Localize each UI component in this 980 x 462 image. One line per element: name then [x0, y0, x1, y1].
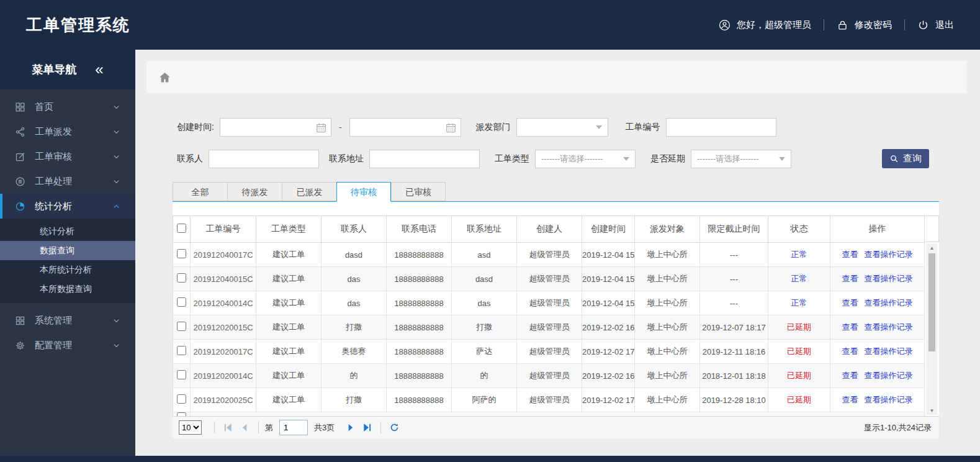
order-type-select[interactable]: -------请选择------- — [535, 150, 636, 168]
action-link[interactable]: 查看操作记录 — [865, 274, 913, 283]
grid-icon — [15, 102, 25, 112]
action-link[interactable]: 查看操作记录 — [865, 371, 913, 380]
tab-4[interactable]: 已审核 — [391, 182, 446, 201]
next-page-button[interactable] — [342, 420, 359, 435]
cell-no: 201912040014C — [191, 291, 256, 315]
action-link[interactable]: 查看 — [842, 298, 858, 307]
row-checkbox[interactable] — [177, 370, 186, 379]
action-link[interactable]: 查看操作记录 — [865, 298, 913, 307]
cell-deadline: 2019-12-28 18:10 — [700, 388, 768, 412]
action-link[interactable]: 查看操作记录 — [865, 346, 913, 356]
refresh-button[interactable] — [386, 420, 403, 435]
row-checkbox[interactable] — [177, 297, 186, 307]
row-checkbox[interactable] — [177, 412, 186, 416]
prev-page-button[interactable] — [236, 420, 253, 435]
cell-actions: 查看查看操作记录 — [830, 340, 925, 364]
logout-label: 退出 — [935, 19, 954, 31]
filter-form: 创建时间: - 派发部门 — [177, 118, 929, 168]
table-scrollbar[interactable]: ▲ ▼ — [927, 243, 937, 415]
action-link[interactable]: 查看操作记录 — [865, 250, 913, 259]
action-link[interactable]: 查看 — [842, 274, 858, 283]
submenu-item[interactable]: 本所数据查询 — [0, 279, 135, 299]
sidebar-item-config[interactable]: 配置管理 — [0, 333, 135, 358]
cell-address: asd — [452, 243, 517, 267]
scrollbar-header-stub — [924, 215, 939, 242]
cell-target: 墩上中心所 — [635, 388, 700, 412]
last-page-button[interactable] — [359, 420, 375, 435]
sidebar-item-process[interactable]: 工单处理 — [0, 169, 135, 194]
tab-0[interactable]: 全部 — [173, 182, 227, 201]
tab-3[interactable]: 待审核 — [336, 182, 391, 202]
action-link[interactable]: 查看 — [842, 395, 858, 404]
page-number-input[interactable] — [279, 420, 308, 435]
action-link[interactable]: 查看操作记录 — [865, 395, 913, 404]
action-link[interactable]: 查看 — [842, 371, 858, 380]
cell-phone: 18888888888 — [387, 267, 452, 291]
chevron-down-icon — [112, 178, 120, 186]
cell-contact: 奥德赛 — [321, 340, 387, 364]
total-pages: 共3页 — [314, 422, 335, 433]
cell-created: 2019-12-02 16 — [582, 364, 635, 388]
table-row: 201912020025C建议工单打撒18888888888阿萨的超级管理员20… — [173, 388, 925, 412]
sidebar-item-label: 统计分析 — [35, 201, 112, 212]
action-link[interactable]: 查看 — [842, 250, 858, 259]
cell-address: 打撒 — [452, 315, 517, 340]
collapse-icon[interactable]: « — [95, 62, 103, 77]
cell-creator: 超级管理员 — [517, 364, 582, 388]
submenu-item[interactable]: 统计分析 — [0, 222, 135, 241]
nav-title: 菜单导航 — [32, 62, 76, 77]
order-no-input[interactable] — [666, 118, 776, 137]
row-checkbox[interactable] — [177, 346, 186, 355]
address-input[interactable] — [369, 150, 480, 168]
scrollbar-thumb[interactable] — [928, 253, 935, 351]
search-button[interactable]: 查询 — [882, 149, 929, 168]
tab-2[interactable]: 已派发 — [282, 182, 336, 201]
is-delayed-select[interactable]: -------请选择------- — [691, 150, 791, 168]
sidebar-item-label: 工单审核 — [35, 151, 112, 163]
column-header: 工单编号 — [191, 216, 256, 243]
modules-icon — [15, 315, 25, 326]
last-page-icon — [362, 423, 372, 432]
sidebar-item-system[interactable]: 系统管理 — [0, 308, 135, 333]
submenu-item[interactable]: 本所统计分析 — [0, 260, 135, 279]
cell-type: 建议工单 — [256, 340, 321, 364]
logout-button[interactable]: 退出 — [917, 19, 954, 31]
tab-1[interactable]: 待派发 — [227, 182, 282, 201]
action-link[interactable]: 查看操作记录 — [865, 322, 913, 332]
sidebar-item-dispatch[interactable]: 工单派发 — [0, 119, 135, 144]
page-size-select[interactable]: 10 — [179, 420, 202, 435]
contact-input[interactable] — [209, 150, 319, 168]
up-arrow-icon[interactable]: ▲ — [927, 243, 937, 252]
action-link[interactable]: 查看 — [842, 346, 858, 356]
row-checkbox[interactable] — [177, 273, 186, 283]
sidebar-item-review[interactable]: 工单审核 — [0, 144, 135, 169]
cell-phone: 18888888888 — [387, 315, 452, 340]
create-time-start-input[interactable] — [220, 118, 331, 137]
cell-status: 已延期 — [768, 388, 830, 412]
submenu-item[interactable]: 数据查询 — [0, 241, 135, 260]
home-icon[interactable] — [158, 71, 171, 84]
row-checkbox[interactable] — [177, 322, 186, 331]
cell-deadline: --- — [700, 243, 768, 267]
cell-contact: 打撒 — [321, 315, 387, 340]
create-time-end-input[interactable] — [349, 118, 461, 137]
row-checkbox[interactable] — [177, 249, 186, 258]
table-row: 201912040017C建议工单dasd18888888888asd超级管理员… — [173, 243, 925, 267]
cell-actions: 查看查看操作记录 — [830, 267, 925, 291]
sidebar-item-home[interactable]: 首页 — [0, 94, 135, 119]
select-all-checkbox[interactable] — [177, 224, 186, 233]
change-password-button[interactable]: 修改密码 — [837, 19, 892, 31]
dispatch-dept-select[interactable] — [516, 118, 608, 137]
sidebar-item-statistics[interactable]: 统计分析 — [0, 194, 135, 219]
first-page-button[interactable] — [220, 420, 236, 435]
action-link[interactable]: 查看 — [842, 322, 858, 332]
cell-created: 2019-12-04 15 — [582, 291, 635, 315]
down-arrow-icon[interactable]: ▼ — [927, 406, 937, 415]
cell-creator: 超级管理员 — [517, 315, 582, 340]
divider — [258, 422, 259, 433]
column-header: 限定截止时间 — [700, 216, 768, 243]
row-checkbox[interactable] — [177, 394, 186, 404]
cell-phone: 18888888888 — [387, 364, 452, 388]
column-header: 操作 — [830, 216, 925, 243]
cell-status: 正常 — [768, 243, 830, 267]
